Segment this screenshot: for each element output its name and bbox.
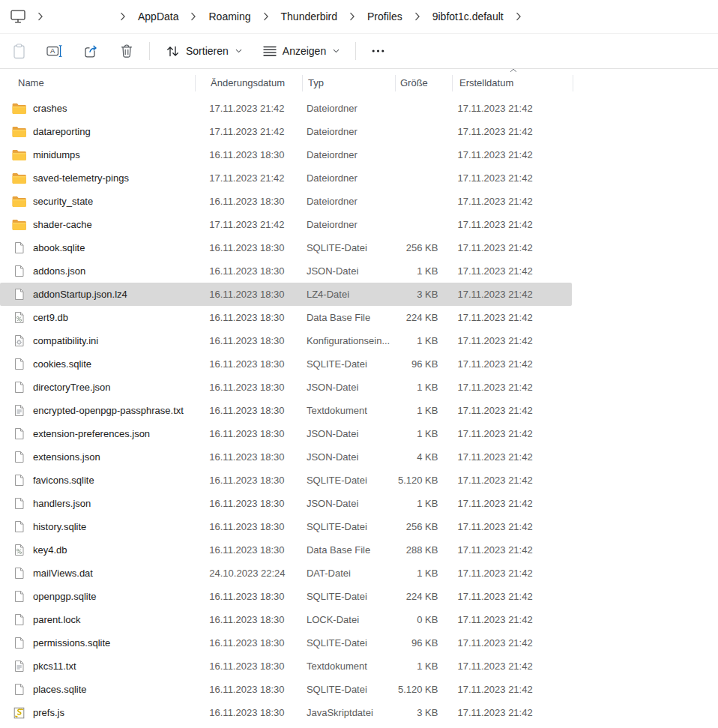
rename-icon: A — [46, 44, 63, 58]
file-row[interactable]: cookies.sqlite16.11.2023 18:30SQLITE-Dat… — [0, 352, 572, 376]
file-row[interactable]: shader-cache17.11.2023 21:42Dateiordner1… — [0, 213, 572, 236]
column-header-created[interactable]: Erstelldatum — [452, 75, 573, 91]
breadcrumb-segment-profiles[interactable]: Profiles — [363, 8, 406, 25]
file-size: 224 KB — [394, 312, 451, 323]
breadcrumb-segment-roaming[interactable]: Roaming — [205, 8, 254, 25]
file-type: Dateiordner — [301, 103, 394, 114]
chevron-right-icon — [37, 12, 43, 21]
share-button[interactable] — [77, 39, 106, 64]
sort-button[interactable]: Sortieren — [159, 40, 249, 63]
column-header-type[interactable]: Typ — [302, 75, 395, 91]
file-size: 1 KB — [394, 335, 451, 346]
file-type: JSON-Datei — [301, 265, 394, 277]
file-name-cell: extensions.json — [0, 451, 194, 463]
file-name-cell: handlers.json — [0, 497, 194, 510]
column-header-name[interactable]: Name — [0, 75, 195, 91]
file-row[interactable]: encrypted-openpgp-passphrase.txt16.11.20… — [0, 399, 572, 422]
computer-icon[interactable] — [7, 7, 29, 25]
breadcrumb-segment-redacted[interactable] — [52, 8, 112, 25]
file-name-cell: saved-telemetry-pings — [0, 172, 194, 184]
file-name-cell: minidumps — [0, 149, 194, 161]
file-row[interactable]: permissions.sqlite16.11.2023 18:30SQLITE… — [0, 631, 572, 655]
file-row[interactable]: extensions.json16.11.2023 18:30JSON-Date… — [0, 445, 572, 469]
breadcrumb: AppDataRoamingThunderbirdProfiles9ibfot1… — [0, 0, 718, 34]
file-size: 5.120 KB — [394, 684, 451, 695]
file-row[interactable]: places.sqlite16.11.2023 18:30SQLITE-Date… — [0, 678, 572, 701]
file-created-date: 17.11.2023 21:42 — [450, 568, 572, 579]
file-row[interactable]: history.sqlite16.11.2023 18:30SQLITE-Dat… — [0, 515, 572, 538]
file-type: JSON-Datei — [301, 451, 394, 463]
file-created-date: 17.11.2023 21:42 — [450, 242, 572, 253]
file-type: Dateiordner — [301, 149, 394, 160]
file-size: 3 KB — [394, 289, 451, 300]
file-name: directoryTree.json — [33, 382, 111, 393]
file-row[interactable]: saved-telemetry-pings17.11.2023 21:42Dat… — [0, 166, 572, 190]
breadcrumb-segment-thunderbird[interactable]: Thunderbird — [277, 8, 342, 25]
folder-icon — [12, 126, 26, 138]
file-type: Textdokument — [301, 405, 394, 416]
breadcrumb-segment-9ibfot1c.default[interactable]: 9ibfot1c.default — [429, 8, 507, 25]
file-row[interactable]: pkcs11.txt16.11.2023 18:30Textdokument1 … — [0, 655, 572, 678]
file-modified-date: 16.11.2023 18:30 — [194, 289, 301, 300]
file-row[interactable]: handlers.json16.11.2023 18:30JSON-Datei1… — [0, 492, 572, 515]
file-row[interactable]: security_state16.11.2023 18:30Dateiordne… — [0, 190, 572, 213]
file-type: SQLITE-Datei — [301, 637, 394, 649]
file-size: 288 KB — [394, 544, 451, 556]
file-icon — [12, 265, 26, 277]
delete-button[interactable] — [113, 38, 140, 64]
file-icon — [12, 474, 26, 487]
file-row[interactable]: extension-preferences.json16.11.2023 18:… — [0, 422, 572, 445]
file-name-cell: crashes — [0, 103, 194, 115]
file-modified-date: 16.11.2023 18:30 — [194, 684, 301, 695]
file-created-date: 17.11.2023 21:42 — [450, 335, 572, 346]
file-modified-date: 16.11.2023 18:30 — [194, 451, 301, 463]
file-size: 0 KB — [394, 614, 451, 625]
file-name-cell: mailViews.dat — [0, 567, 194, 580]
file-name: cookies.sqlite — [33, 358, 91, 370]
file-modified-date: 16.11.2023 18:30 — [194, 149, 301, 160]
column-header-size[interactable]: Größe — [395, 75, 452, 91]
file-type: Dateiordner — [301, 172, 394, 184]
file-created-date: 17.11.2023 21:42 — [450, 498, 572, 509]
file-name-cell: directoryTree.json — [0, 381, 194, 394]
file-row[interactable]: key4.db16.11.2023 18:30Data Base File288… — [0, 538, 572, 562]
more-options-button[interactable] — [365, 44, 391, 58]
file-row[interactable]: cert9.db16.11.2023 18:30Data Base File22… — [0, 306, 572, 329]
chevron-down-icon — [333, 49, 340, 53]
file-created-date: 17.11.2023 21:42 — [450, 428, 572, 439]
file-icon — [12, 451, 26, 463]
rename-button[interactable]: A — [40, 39, 70, 63]
column-header-modified[interactable]: Änderungsdatum — [195, 75, 302, 91]
file-name: compatibility.ini — [33, 335, 98, 346]
file-row[interactable]: datareporting17.11.2023 21:42Dateiordner… — [0, 120, 572, 143]
js-file-icon — [12, 707, 26, 719]
file-type: Konfigurationsein... — [301, 335, 394, 346]
file-row[interactable]: openpgp.sqlite16.11.2023 18:30SQLITE-Dat… — [0, 585, 572, 608]
file-row[interactable]: prefs.js16.11.2023 18:30JavaSkriptdatei3… — [0, 701, 572, 724]
file-name: favicons.sqlite — [33, 475, 94, 486]
file-row[interactable]: addons.json16.11.2023 18:30JSON-Datei1 K… — [0, 259, 572, 283]
file-row[interactable]: crashes17.11.2023 21:42Dateiordner17.11.… — [0, 97, 572, 120]
column-header-created-label: Erstelldatum — [459, 77, 513, 88]
breadcrumb-segment-appdata[interactable]: AppData — [134, 8, 182, 25]
file-row[interactable]: directoryTree.json16.11.2023 18:30JSON-D… — [0, 376, 572, 399]
file-row[interactable]: compatibility.ini16.11.2023 18:30Konfigu… — [0, 329, 572, 352]
file-size: 1 KB — [394, 428, 451, 439]
file-row[interactable]: addonStartup.json.lz416.11.2023 18:30LZ4… — [0, 283, 572, 306]
file-row[interactable]: favicons.sqlite16.11.2023 18:30SQLITE-Da… — [0, 469, 572, 492]
file-name: places.sqlite — [33, 684, 87, 695]
file-row[interactable]: mailViews.dat24.10.2023 22:24DAT-Datei1 … — [0, 562, 572, 585]
file-icon — [12, 427, 26, 440]
file-name: key4.db — [33, 544, 67, 556]
paste-button[interactable] — [6, 38, 32, 64]
file-row[interactable]: abook.sqlite16.11.2023 18:30SQLITE-Datei… — [0, 236, 572, 259]
file-row[interactable]: parent.lock16.11.2023 18:30LOCK-Datei0 K… — [0, 608, 572, 631]
file-row[interactable]: minidumps16.11.2023 18:30Dateiordner17.1… — [0, 143, 572, 166]
file-name: extensions.json — [33, 451, 100, 463]
chevron-right-icon — [349, 12, 355, 21]
file-modified-date: 16.11.2023 18:30 — [194, 637, 301, 649]
file-created-date: 17.11.2023 21:42 — [450, 126, 572, 137]
file-modified-date: 24.10.2023 22:24 — [194, 568, 301, 579]
file-modified-date: 16.11.2023 18:30 — [194, 312, 301, 323]
view-button[interactable]: Anzeigen — [256, 40, 346, 62]
